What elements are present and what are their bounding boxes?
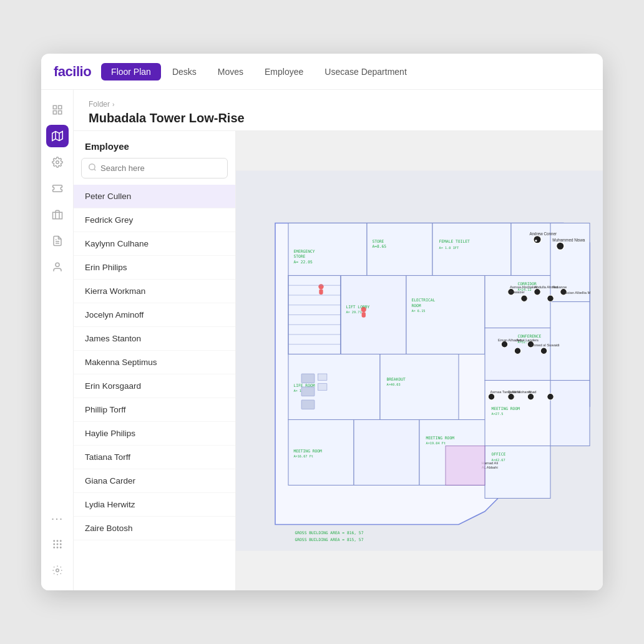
svg-text:FEMALE TOILET: FEMALE TOILET [439, 239, 470, 243]
employee-list-item[interactable]: Zaire Botosh [74, 517, 235, 540]
svg-rect-27 [341, 276, 406, 354]
employee-panel: Employee Peter CullenFedrick GreyKaylynn… [74, 131, 236, 590]
search-icon [88, 163, 97, 173]
svg-point-18 [56, 569, 59, 572]
svg-text:A= 22.05: A= 22.05 [293, 260, 313, 264]
floor-plan-area: EMERGENCY STORE A= 22.05 STORE A=8.65 FE… [236, 131, 603, 590]
apps-grid-icon[interactable] [46, 533, 69, 555]
svg-rect-107 [301, 387, 315, 396]
svg-text:Al...: Al... [528, 391, 534, 394]
building-icon[interactable] [46, 203, 69, 226]
employee-list-item[interactable]: James Stanton [74, 327, 235, 351]
breadcrumb-folder: Folder [89, 100, 110, 109]
svg-rect-88 [362, 312, 366, 317]
svg-text:STORE: STORE [293, 254, 305, 258]
svg-rect-108 [301, 400, 315, 409]
employee-list-item[interactable]: Makenna Septimus [74, 351, 235, 374]
svg-text:A=8.65: A=8.65 [372, 244, 386, 248]
employee-list-item[interactable]: Kierra Workman [74, 280, 235, 303]
svg-rect-33 [354, 420, 419, 485]
svg-text:●: ● [535, 238, 537, 243]
more-options-icon[interactable]: ··· [47, 507, 67, 529]
employee-list-item[interactable]: Fedrick Grey [74, 208, 235, 232]
svg-text:Muhammed Niswa: Muhammed Niswa [552, 238, 585, 242]
nav-tabs: Floor PlanDesksMovesEmployeeUsecase Depa… [101, 63, 417, 80]
svg-text:A=16.67 Ft: A=16.67 Ft [293, 454, 313, 458]
content-header: Folder › Mubadala Tower Low-Rise [74, 90, 603, 131]
employee-list-item[interactable]: Erin Philips [74, 256, 235, 280]
breadcrumb-chevron: › [112, 101, 114, 108]
svg-point-14 [60, 544, 61, 545]
search-input[interactable] [100, 163, 221, 173]
breadcrumb: Folder › [89, 100, 588, 109]
nav-tab-usecase-department[interactable]: Usecase Department [315, 63, 417, 80]
svg-point-4 [56, 161, 59, 164]
svg-rect-34 [380, 354, 459, 420]
svg-rect-5 [52, 212, 62, 219]
map-icon[interactable] [46, 125, 69, 147]
svg-text:MEETING ROOM: MEETING ROOM [492, 406, 520, 411]
svg-rect-2 [53, 111, 56, 114]
svg-text:A=19.04 Ft: A=19.04 Ft [426, 441, 446, 445]
employee-list-item[interactable]: Jocelyn Aminoff [74, 303, 235, 327]
nav-tab-employee[interactable]: Employee [255, 63, 313, 80]
svg-text:Andrew Conner: Andrew Conner [529, 232, 557, 236]
settings-cog-icon[interactable] [46, 151, 69, 173]
svg-text:MEETING ROOM: MEETING ROOM [426, 436, 455, 440]
page-title: Mubadala Tower Low-Rise [89, 111, 588, 125]
person-icon[interactable] [46, 256, 69, 278]
search-box[interactable] [81, 158, 228, 178]
svg-rect-23 [367, 223, 432, 276]
svg-rect-40 [550, 302, 590, 381]
floor-plan-svg: EMERGENCY STORE A= 22.05 STORE A=8.65 FE… [236, 131, 603, 590]
sidebar: ··· [41, 90, 74, 590]
svg-point-73 [521, 295, 528, 302]
employee-list-item[interactable]: Erin Korsgaard [74, 374, 235, 398]
employee-list-item[interactable]: Lydia Herwitz [74, 493, 235, 517]
gear-settings-icon[interactable] [46, 559, 69, 582]
svg-point-77 [501, 341, 508, 348]
svg-point-78 [514, 348, 521, 354]
svg-point-17 [60, 547, 61, 549]
employee-list-item[interactable]: Tatiana Torff [74, 446, 235, 469]
svg-rect-28 [406, 276, 485, 354]
svg-point-82 [508, 394, 515, 401]
svg-text:OFFICE: OFFICE [492, 452, 506, 456]
nav-tab-floor-plan[interactable]: Floor Plan [101, 63, 161, 80]
svg-point-83 [527, 394, 534, 401]
svg-point-80 [540, 348, 547, 354]
svg-rect-110 [318, 384, 327, 391]
svg-rect-86 [319, 290, 323, 295]
svg-text:Rosanne: Rosanne [552, 286, 567, 290]
nav-tab-moves[interactable]: Moves [208, 63, 253, 80]
nav-tab-desks[interactable]: Desks [162, 63, 207, 80]
svg-text:ROOM: ROOM [411, 303, 421, 308]
employee-list-item[interactable]: Phillip Torff [74, 398, 235, 422]
grid-icon[interactable] [46, 99, 69, 121]
svg-text:MEETING ROOM: MEETING ROOM [293, 449, 322, 453]
app-logo: facilio [54, 64, 91, 80]
svg-text:A= 6.15: A= 6.15 [411, 309, 425, 313]
svg-rect-1 [58, 105, 61, 109]
svg-point-71 [556, 242, 564, 250]
svg-text:BREAKOUT: BREAKOUT [387, 377, 406, 381]
employee-list-item[interactable]: Kaylynn Culhane [74, 232, 235, 256]
employee-list-item[interactable]: Haylie Philips [74, 422, 235, 446]
svg-rect-38 [550, 381, 590, 446]
svg-point-81 [488, 394, 495, 401]
svg-rect-0 [53, 105, 56, 109]
svg-text:A=40.03: A=40.03 [387, 383, 401, 386]
employee-list-item[interactable]: Peter Cullen [74, 185, 235, 208]
svg-text:STORE: STORE [372, 239, 384, 243]
svg-point-9 [54, 540, 55, 542]
svg-point-16 [57, 547, 58, 549]
svg-rect-106 [301, 374, 315, 383]
svg-point-85 [318, 284, 323, 289]
employee-list: Peter CullenFedrick GreyKaylynn CulhaneE… [74, 185, 235, 590]
employee-list-item[interactable]: Giana Carder [74, 469, 235, 493]
svg-point-11 [60, 540, 61, 542]
svg-text:Amal Landers: Amal Landers [516, 338, 539, 342]
ticket-icon[interactable] [46, 177, 69, 200]
list-doc-icon[interactable] [46, 230, 69, 252]
svg-point-12 [54, 544, 55, 545]
